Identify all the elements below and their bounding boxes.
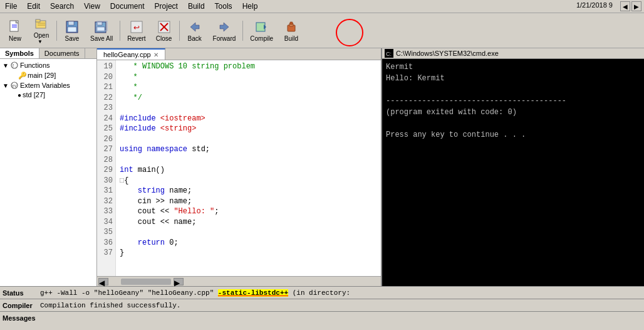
compile-label: Compile [250, 35, 273, 42]
svg-text:f: f [13, 63, 14, 68]
term-line-3 [386, 84, 640, 95]
revert-label: Revert [127, 35, 145, 42]
close-button[interactable]: Close [152, 18, 177, 44]
term-separator: ---------------------------------------- [386, 95, 640, 107]
revert-button[interactable]: ↩ Revert [123, 18, 150, 44]
code-line-20: * [120, 72, 377, 83]
clock: 1/21/2018 9 [576, 1, 615, 11]
svg-text:C:: C: [386, 51, 392, 57]
new-label: New [9, 35, 21, 42]
open-dropdown-arrow[interactable]: ▼ [38, 39, 43, 45]
scroll-left-btn[interactable]: ◀ [620, 1, 630, 11]
back-button[interactable]: Back [182, 18, 207, 44]
compile-icon [254, 19, 269, 35]
editor-tab-close[interactable]: ✕ [153, 51, 158, 58]
menu-search[interactable]: Search [48, 1, 76, 11]
main-label: main [29] [28, 72, 56, 79]
code-line-29: int main() [120, 165, 377, 176]
compiler-text: Compilation finished successfully. [40, 302, 180, 309]
scroll-thumb-h[interactable] [121, 279, 171, 285]
code-line-27: using namespace std; [120, 144, 377, 155]
svg-rect-22 [256, 23, 265, 31]
term-line-2: Hello: Kermit [386, 73, 640, 84]
extern-icon: ev [10, 81, 19, 90]
code-line-28 [120, 155, 377, 166]
std-label: std [27] [23, 91, 45, 98]
save-all-button[interactable]: Save All [86, 18, 117, 44]
code-content[interactable]: * WINDOWS 10 string problem * * */ #incl… [116, 60, 381, 276]
tree-std-item[interactable]: ● std [27] [1, 90, 95, 99]
term-line-6 [386, 118, 640, 129]
compile-button[interactable]: Compile [246, 18, 278, 44]
code-line-19: * WINDOWS 10 string problem [120, 61, 377, 72]
code-line-23 [120, 103, 377, 114]
svg-rect-26 [290, 22, 293, 24]
scroll-right-h[interactable]: ▶ [174, 278, 184, 285]
compiler-row: Compiler Compilation finished successful… [0, 299, 644, 312]
extern-expand-icon: ▼ [3, 82, 9, 89]
code-line-34: cout << name; [120, 217, 377, 228]
terminal-content[interactable]: Kermit Hello: Kermit -------------------… [382, 59, 644, 286]
code-line-35 [120, 227, 377, 238]
terminal-titlebar: C: C:\Windows\SYSTEM32\cmd.exe [382, 48, 644, 59]
tree-extern-folder[interactable]: ▼ ev Extern Variables [1, 80, 95, 90]
line-numbers: 19202122 23242526 27282930 31323334 3536… [97, 60, 116, 276]
sep4 [242, 21, 243, 41]
menu-help[interactable]: Help [240, 1, 261, 11]
term-exit-code: (program exited with code: 0) [386, 107, 640, 118]
menu-edit[interactable]: Edit [24, 1, 43, 11]
forward-button[interactable]: Forward [209, 18, 241, 44]
left-panel: Symbols Documents ▼ f Functions 🔑 main [… [0, 48, 97, 286]
tab-documents[interactable]: Documents [39, 48, 85, 58]
svg-marker-21 [220, 23, 229, 31]
menu-file[interactable]: File [3, 1, 19, 11]
scroll-right-btn[interactable]: ▶ [631, 1, 641, 11]
std-bullet: ● [18, 92, 21, 98]
compiler-label: Compiler [3, 302, 40, 309]
code-line-36: return 0; [120, 238, 377, 248]
sep2 [120, 21, 120, 41]
back-label: Back [187, 35, 201, 42]
tab-symbols[interactable]: Symbols [0, 48, 39, 58]
save-button[interactable]: Save [60, 18, 85, 44]
editor-tab-label: helloGeany.cpp [103, 51, 151, 58]
scroll-left-h[interactable]: ◀ [98, 278, 108, 285]
functions-label: Functions [20, 61, 50, 69]
build-button[interactable]: Build [279, 18, 304, 44]
sep1 [56, 21, 57, 41]
main-area: Symbols Documents ▼ f Functions 🔑 main [… [0, 48, 644, 286]
status-text-before: g++ -Wall -o "helloGeany" "helloGeany.cp… [40, 289, 218, 297]
open-label: Open [34, 32, 49, 39]
toolbar: New Open ▼ [0, 13, 644, 48]
svg-text:ev: ev [12, 83, 17, 88]
menu-project[interactable]: Project [152, 1, 180, 11]
menu-tools[interactable]: Tools [212, 1, 235, 11]
save-label: Save [65, 35, 80, 42]
panel-tabs: Symbols Documents [0, 48, 96, 59]
horizontal-scrollbar[interactable]: ◀ ▶ [97, 276, 381, 286]
bottom-area: Status g++ -Wall -o "helloGeany" "helloG… [0, 286, 644, 327]
menu-build[interactable]: Build [185, 1, 207, 11]
code-line-22: */ [120, 93, 377, 104]
main-icon: 🔑 [18, 71, 26, 80]
tree-functions-folder[interactable]: ▼ f Functions [1, 60, 95, 70]
code-line-30: □{ [120, 176, 377, 186]
messages-row: Messages [0, 312, 644, 324]
open-button[interactable]: Open ▼ [29, 14, 54, 46]
new-button[interactable]: New [3, 18, 28, 44]
menu-view[interactable]: View [81, 1, 103, 11]
code-line-37: } [120, 248, 377, 258]
svg-marker-20 [190, 23, 199, 31]
editor-tab-hellogeany[interactable]: helloGeany.cpp ✕ [97, 48, 165, 60]
close-icon [157, 19, 172, 35]
code-editor[interactable]: 19202122 23242526 27282930 31323334 3536… [97, 60, 381, 276]
tree-main-item[interactable]: 🔑 main [29] [1, 70, 95, 80]
term-press-any-key: Press any key to continue . . . [386, 129, 640, 141]
menu-document[interactable]: Document [108, 1, 147, 11]
svg-rect-9 [68, 21, 74, 25]
code-line-33: cout << "Hello: "; [120, 206, 377, 217]
editor-tabs: helloGeany.cpp ✕ [97, 48, 381, 60]
status-row: Status g++ -Wall -o "helloGeany" "helloG… [0, 287, 644, 299]
extern-label: Extern Variables [20, 82, 70, 89]
code-line-26 [120, 134, 377, 145]
